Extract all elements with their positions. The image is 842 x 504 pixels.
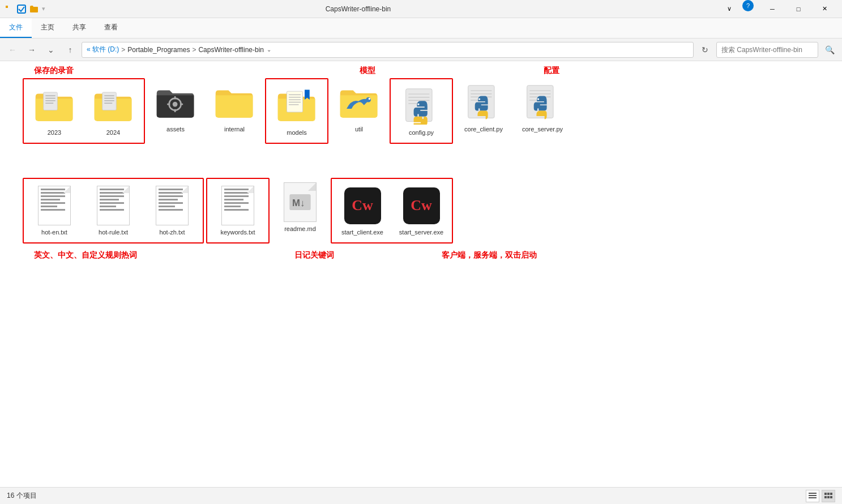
txt-icon-hot-zh	[152, 186, 192, 225]
back-btn[interactable]: ←	[5, 42, 20, 58]
txt-line	[224, 189, 249, 190]
svg-rect-2	[44, 92, 58, 110]
file-2023[interactable]: 2023	[26, 82, 83, 140]
file-assets[interactable]: assets	[147, 78, 204, 144]
path-dropdown-btn[interactable]: ⌄	[264, 42, 274, 58]
svg-rect-53	[827, 493, 830, 495]
python-svg-core-server	[524, 84, 561, 121]
journal-group: keywords.txt	[206, 178, 270, 244]
close-btn[interactable]: ✕	[811, 0, 837, 18]
file-label-models: models	[287, 129, 306, 136]
row1-container: 保存的录音 模型 配置	[23, 78, 819, 144]
file-readme-md[interactable]: M↓ readme.md	[272, 178, 328, 244]
file-start-client[interactable]: Cw start_client.exe	[334, 181, 391, 240]
tab-home[interactable]: 主页	[32, 18, 63, 38]
file-util[interactable]: util	[331, 78, 387, 144]
search-btn[interactable]: 🔍	[822, 42, 837, 58]
file-label-core-client: core_client.py	[464, 126, 503, 133]
dog-ear	[308, 183, 316, 191]
file-label-2023: 2023	[48, 129, 61, 136]
row2-container: 英文、中文、自定义规则热词 日记关键词 客户端，服务端，双击启动	[23, 178, 819, 244]
txt-line	[41, 192, 65, 194]
content-area: 保存的录音 模型 配置	[17, 72, 825, 289]
tab-file[interactable]: 文件	[0, 18, 32, 38]
maximize-btn[interactable]: □	[785, 0, 811, 18]
file-start-server[interactable]: Cw start_server.exe	[393, 181, 450, 240]
txt-line	[41, 195, 65, 197]
file-hot-rule[interactable]: hot-rule.txt	[85, 181, 142, 240]
txt-visual-hot-zh	[156, 186, 189, 225]
svg-point-38	[478, 98, 480, 100]
annotation-model: 模型	[360, 66, 375, 76]
folder-svg-assets	[156, 85, 195, 120]
path-part-2: Portable_Programes	[127, 46, 190, 54]
txt-line	[224, 199, 243, 200]
cw-icon-client: Cw	[343, 186, 382, 225]
python-icon-core-client	[464, 83, 503, 122]
title-bar: ▾ CapsWriter-offline-bin ∨ ? ─ □ ✕	[0, 0, 842, 18]
cw-visual-client: Cw	[344, 187, 381, 224]
recent-btn[interactable]: ⌄	[43, 42, 59, 58]
md-visual-readme: M↓	[284, 182, 317, 222]
txt-line	[224, 195, 249, 197]
help-btn[interactable]: ?	[742, 0, 754, 11]
annotation-hotwords: 英文、中文、自定义规则热词	[34, 250, 137, 260]
config-group: config.py	[390, 78, 453, 144]
annotation-saved-recording: 保存的录音	[34, 66, 74, 76]
txt-line	[100, 195, 124, 197]
file-label-start-server: start_server.exe	[399, 229, 443, 236]
folder-icon-assets	[156, 83, 195, 122]
folder-icon-util	[339, 83, 379, 122]
list-view-btn[interactable]	[806, 490, 819, 502]
svg-rect-52	[824, 493, 827, 495]
svg-rect-49	[809, 493, 817, 494]
file-label-core-server: core_server.py	[522, 126, 563, 133]
annotation-startup: 客户端，服务端，双击启动	[442, 250, 537, 260]
file-internal[interactable]: internal	[206, 78, 263, 144]
file-hot-zh[interactable]: hot-zh.txt	[144, 181, 200, 240]
up-btn[interactable]: ↑	[62, 42, 78, 58]
refresh-btn[interactable]: ↻	[697, 42, 713, 58]
file-models[interactable]: models	[268, 82, 325, 140]
txt-icon-keywords	[218, 186, 258, 225]
title-controls[interactable]: ∨ ? ─ □ ✕	[716, 0, 837, 18]
detail-view-btn[interactable]	[822, 490, 835, 502]
svg-rect-54	[830, 493, 832, 495]
file-config-py[interactable]: config.py	[393, 82, 450, 140]
folder-svg-2023	[35, 88, 74, 123]
txt-line	[224, 192, 249, 194]
folder-icon-2024	[93, 86, 133, 126]
forward-btn[interactable]: →	[24, 42, 40, 58]
python-svg-core-client	[465, 84, 502, 121]
file-label-readme: readme.md	[284, 225, 316, 232]
file-label-hot-zh: hot-zh.txt	[159, 229, 185, 236]
svg-point-13	[173, 102, 178, 107]
tab-view[interactable]: 查看	[95, 18, 127, 38]
txt-visual-hot-en	[38, 186, 71, 225]
view-buttons	[806, 490, 835, 502]
txt-line	[224, 209, 249, 211]
svg-rect-50	[809, 495, 817, 496]
file-2024[interactable]: 2024	[85, 82, 142, 140]
file-keywords[interactable]: keywords.txt	[210, 181, 266, 240]
address-path[interactable]: « 软件 (D:) > Portable_Programes > CapsWri…	[82, 42, 694, 58]
python-svg-config	[403, 88, 440, 125]
tab-share[interactable]: 共享	[63, 18, 95, 38]
item-count: 16 个项目	[7, 491, 37, 501]
file-label-assets: assets	[166, 126, 185, 133]
minimize-btn[interactable]: ─	[759, 0, 785, 18]
search-input[interactable]	[716, 42, 818, 58]
file-hot-en[interactable]: hot-en.txt	[26, 181, 83, 240]
chevron-down-btn[interactable]: ∨	[716, 0, 742, 18]
startup-group: Cw start_client.exe Cw start_server.exe	[331, 178, 453, 244]
file-core-client[interactable]: core_client.py	[455, 78, 512, 144]
txt-line	[100, 206, 116, 207]
file-label-keywords: keywords.txt	[220, 229, 255, 236]
window-title: CapsWriter-offline-bin	[0, 5, 716, 13]
file-core-server[interactable]: core_server.py	[514, 78, 571, 144]
txt-line	[100, 199, 119, 200]
txt-line	[159, 202, 183, 204]
svg-point-25	[366, 97, 371, 102]
svg-point-45	[537, 98, 539, 100]
txt-line	[159, 192, 183, 194]
